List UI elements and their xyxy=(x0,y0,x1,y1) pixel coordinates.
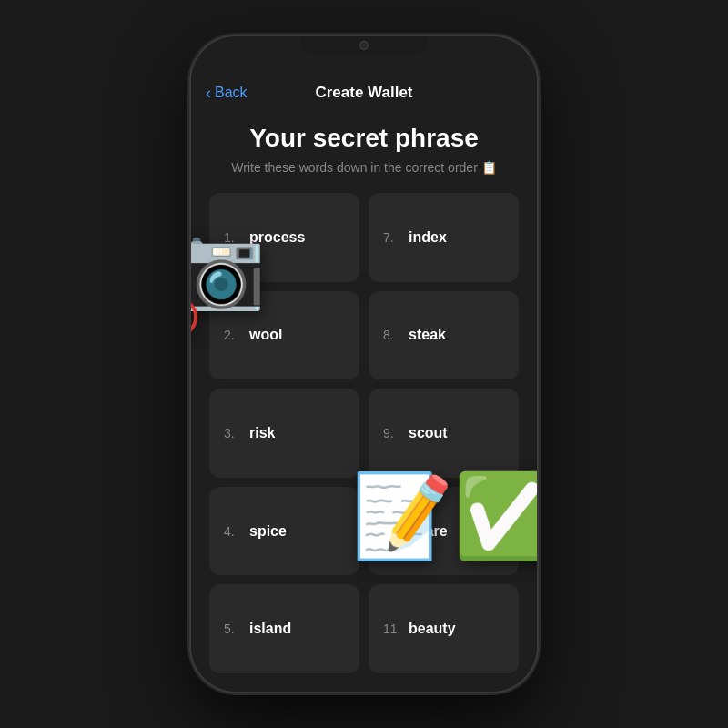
word-text-3: risk xyxy=(249,425,275,441)
page-title: Your secret phrase xyxy=(209,124,519,153)
nav-header: ‹ Back Create Wallet xyxy=(191,76,537,109)
word-text-2: wool xyxy=(249,327,282,343)
word-text-1: process xyxy=(249,229,305,246)
back-chevron-icon: ‹ xyxy=(206,84,211,103)
word-number-3: 3. xyxy=(224,426,242,440)
word-card-9: 9. scout xyxy=(369,389,519,478)
word-card-2: 2. wool xyxy=(209,291,359,380)
word-card-4: 4. spice xyxy=(209,487,359,576)
back-label: Back xyxy=(215,85,248,101)
word-number-5: 5. xyxy=(224,622,242,636)
phone-notch xyxy=(300,36,428,55)
word-text-10: spare xyxy=(409,523,448,540)
word-text-4: spice xyxy=(249,523,287,540)
phone-screen: ‹ Back Create Wallet Your secret phrase … xyxy=(191,36,537,692)
word-text-5: island xyxy=(249,621,291,637)
word-text-9: scout xyxy=(409,425,448,441)
word-number-7: 7. xyxy=(383,230,401,245)
word-card-10: 10. spare xyxy=(369,487,519,576)
word-number-11: 11. xyxy=(383,622,401,636)
words-grid: 1. process 7. index 2. wool 8. steak xyxy=(209,193,519,673)
word-card-11: 11. beauty xyxy=(369,584,519,673)
word-number-2: 2. xyxy=(224,328,242,342)
word-number-10: 10. xyxy=(383,524,401,539)
word-card-1: 1. process xyxy=(209,193,359,282)
front-camera xyxy=(359,41,369,50)
page-subtitle: Write these words down in the correct or… xyxy=(209,160,519,175)
word-text-8: steak xyxy=(409,327,446,343)
back-button[interactable]: ‹ Back xyxy=(206,84,248,103)
word-number-1: 1. xyxy=(224,230,242,245)
word-number-4: 4. xyxy=(224,524,242,539)
word-text-7: index xyxy=(409,229,447,246)
nav-title: Create Wallet xyxy=(315,84,412,102)
word-number-9: 9. xyxy=(383,426,401,440)
word-card-7: 7. index xyxy=(369,193,519,282)
word-card-3: 3. risk xyxy=(209,389,359,478)
main-content: Your secret phrase Write these words dow… xyxy=(191,109,537,692)
word-card-8: 8. steak xyxy=(369,291,519,380)
phone-frame: 📷 🚫 📝✅ ‹ Back Create Wallet Your secret … xyxy=(191,36,537,692)
word-number-8: 8. xyxy=(383,328,401,342)
word-text-11: beauty xyxy=(409,621,456,637)
word-card-5: 5. island xyxy=(209,584,359,673)
